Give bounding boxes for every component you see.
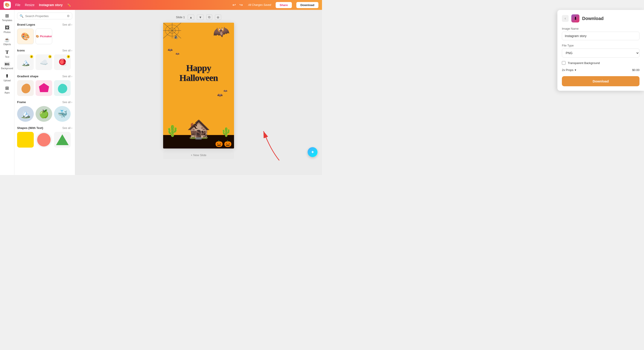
svg-marker-0: [39, 83, 49, 92]
section-header-gradient: Gradient shape See all ›: [17, 75, 72, 78]
red-arrow-annotation: [257, 127, 284, 163]
sidebar-item-background[interactable]: BG Background: [1, 60, 14, 71]
templates-icon: ⊞: [5, 13, 9, 18]
icons-grid: 🏔️ ♛ ☁️ ♛ 🪀 ♛: [17, 54, 72, 70]
pumpkin-1: 🎃: [215, 140, 223, 147]
frame-grid: 🏔️ 🍏 🐳: [17, 106, 72, 122]
filter-icon[interactable]: ⚙: [67, 14, 70, 18]
section-header-shapes-text: Shapes (With Text) See all ›: [17, 126, 72, 130]
premium-badge-3: ♛: [67, 55, 70, 58]
brand-logos-grid: 🎨 🎨 Picmaker: [17, 28, 72, 44]
menu-file[interactable]: File: [15, 3, 20, 7]
share-button[interactable]: Share: [276, 2, 292, 8]
main-bat: 🦇: [211, 23, 231, 41]
section-shapes-text: Shapes (With Text) See all ›: [17, 126, 72, 148]
tree-left: 🌵: [166, 124, 179, 137]
bat-mid-1: 🦇: [217, 92, 223, 98]
pumpkins-row: 🎃 🎃: [215, 140, 232, 147]
frame-item-2[interactable]: 🍏: [36, 106, 52, 122]
text-icon: T: [6, 49, 9, 55]
section-header-brand-logos: Brand Logos See all ›: [17, 23, 72, 26]
frame-item-3[interactable]: 🐳: [54, 106, 71, 122]
section-header-frame: Frame See all ›: [17, 100, 72, 104]
objects-icon: ☕: [4, 37, 10, 42]
halloween-text-block: Happy Halloween: [174, 63, 224, 83]
undo-redo-group: ↩ ↪: [232, 1, 244, 8]
canvas-slide[interactable]: 🕷️ 🦇 🦇 🦇 Happy Halloween 🦇 🦇: [163, 23, 234, 149]
background-icon: BG: [4, 62, 10, 66]
shapes-text-grid: [17, 132, 72, 148]
slide-prev-button[interactable]: ▲: [188, 14, 194, 20]
frame-item-1[interactable]: 🏔️: [17, 106, 34, 122]
icon-sidebar: ⊞ Templates 🖼 Photos ☕ Objects T Text BG…: [0, 10, 14, 175]
sidebar-item-templates[interactable]: ⊞ Templates: [1, 12, 14, 23]
new-slide-button[interactable]: + New Slide: [163, 151, 234, 159]
autosave-status: All Changes Saved: [248, 3, 271, 6]
icon-item-3[interactable]: 🪀 ♛: [54, 54, 71, 70]
undo-button[interactable]: ↩: [232, 1, 237, 8]
tree-right: 🌵: [220, 127, 232, 137]
halloween-background: 🕷️ 🦇 🦇 🦇 Happy Halloween 🦇 🦇: [163, 23, 234, 149]
brand-logo-item-1[interactable]: 🎨: [17, 28, 34, 44]
edit-title-icon[interactable]: ✏️: [67, 3, 71, 7]
section-frame: Frame See all › 🏔️ 🍏 🐳: [17, 100, 72, 122]
canvas-area: Slide 1 ▲ ▼ ⧉ ⊕ 🕷️ 🦇: [75, 10, 322, 175]
shape-text-item-3[interactable]: [54, 132, 71, 148]
menu-resize[interactable]: Resize: [25, 3, 35, 7]
app-logo[interactable]: 🎨: [4, 1, 11, 8]
assistant-button[interactable]: ✦: [308, 147, 318, 157]
search-icon: 🔍: [20, 14, 24, 18]
gradient-shape-grid: [17, 80, 72, 96]
properties-panel: 🔍 ⚙ Brand Logos See all › 🎨 🎨 Picmaker: [14, 10, 75, 175]
icon-item-1[interactable]: 🏔️ ♛: [17, 54, 34, 70]
apps-icon: ⊞: [5, 85, 9, 91]
topbar-download-button[interactable]: Download: [296, 2, 318, 8]
slide-copy-button[interactable]: ⧉: [206, 14, 212, 20]
assistant-icon: ✦: [311, 149, 314, 155]
sidebar-item-photos[interactable]: 🖼 Photos: [1, 24, 14, 35]
bat-small-1: 🦇: [168, 47, 172, 52]
section-header-icons: Icons See all ›: [17, 49, 72, 52]
pumpkin-2: 🎃: [224, 140, 232, 147]
spider-emoji: 🕷️: [173, 35, 178, 40]
topbar-menu: File Resize: [15, 3, 34, 7]
icon-item-2[interactable]: ☁️ ♛: [36, 54, 52, 70]
section-brand-logos: Brand Logos See all › 🎨 🎨 Picmaker: [17, 23, 72, 44]
sidebar-item-objects[interactable]: ☕ Objects: [1, 36, 14, 47]
slide-controls: Slide 1 ▲ ▼ ⧉ ⊕: [176, 14, 221, 20]
sidebar-item-text[interactable]: T Text: [1, 48, 14, 59]
document-title[interactable]: Instagram story: [39, 3, 62, 7]
premium-badge-2: ♛: [48, 55, 52, 58]
castle-emoji: 🏚️: [187, 119, 210, 138]
slide-add-button[interactable]: ⊕: [215, 14, 221, 20]
section-icons: Icons See all › 🏔️ ♛ ☁️ ♛ 🪀 ♛: [17, 49, 72, 70]
main-layout: ⊞ Templates 🖼 Photos ☕ Objects T Text BG…: [0, 10, 322, 175]
spiderweb-svg: [163, 23, 181, 38]
shape-text-item-2[interactable]: [36, 132, 52, 148]
photos-icon: 🖼: [5, 25, 10, 30]
sidebar-item-upload[interactable]: ⬆ Upload: [1, 72, 14, 83]
sidebar-item-apps[interactable]: ⊞ Apps: [1, 84, 14, 95]
premium-badge-1: ♛: [30, 55, 33, 58]
bat-mid-2: 🦇: [224, 89, 227, 93]
gradient-shape-item-3[interactable]: [54, 80, 71, 96]
slide-next-button[interactable]: ▼: [197, 14, 204, 20]
gradient-shape-item-1[interactable]: [17, 80, 34, 96]
bat-small-2: 🦇: [176, 52, 179, 55]
slide-label: Slide 1: [176, 15, 185, 19]
upload-icon: ⬆: [5, 73, 9, 79]
halloween-heading: Happy Halloween: [174, 63, 224, 83]
redo-button[interactable]: ↪: [238, 1, 244, 8]
gradient-shape-item-2[interactable]: [36, 80, 52, 96]
search-bar[interactable]: 🔍 ⚙: [17, 12, 72, 19]
shape-text-item-1[interactable]: [17, 132, 34, 148]
section-gradient-shape: Gradient shape See all ›: [17, 75, 72, 96]
brand-logo-item-2[interactable]: 🎨 Picmaker: [36, 28, 52, 44]
topbar: 🎨 File Resize Instagram story ✏️ ↩ ↪ All…: [0, 0, 322, 10]
search-input[interactable]: [25, 14, 65, 18]
